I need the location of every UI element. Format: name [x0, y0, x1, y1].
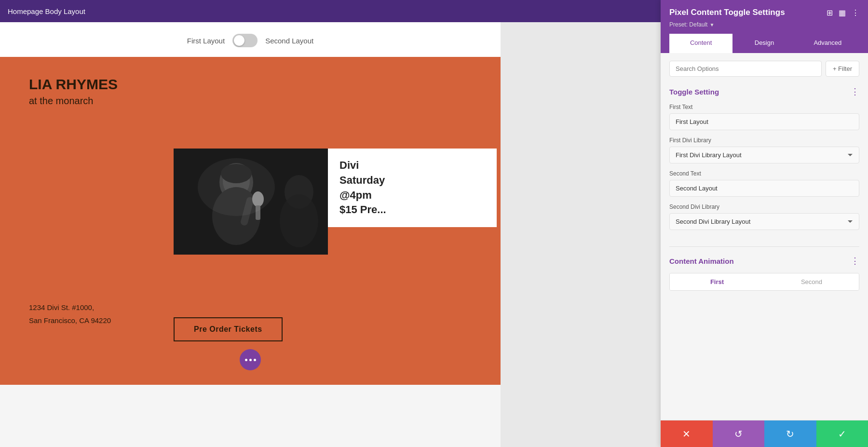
second-divi-lib-select[interactable]: Second Divi Library Layout: [669, 213, 859, 230]
concert-subtitle: at the monarch: [29, 95, 472, 107]
search-filter-row: + Filter: [669, 61, 859, 77]
tab-content-label: Content: [690, 39, 712, 46]
svg-point-10: [198, 158, 275, 216]
content-animation-title: Content Animation: [669, 257, 734, 265]
filter-button[interactable]: + Filter: [826, 61, 859, 77]
tab-advanced[interactable]: Advanced: [796, 34, 859, 53]
animation-tabs: First Second: [669, 273, 859, 291]
second-text-label: Second Text: [669, 170, 859, 177]
cancel-button[interactable]: ✕: [661, 420, 713, 447]
search-input[interactable]: [669, 61, 822, 77]
anim-tab-first[interactable]: First: [670, 273, 764, 290]
tab-design-label: Design: [755, 39, 774, 46]
anim-tab-first-label: First: [710, 278, 724, 285]
panel-tabs: Content Design Advanced: [669, 34, 859, 53]
concert-title: LIA RHYMES: [29, 76, 472, 93]
layout-icon[interactable]: ▦: [839, 8, 846, 17]
address-line2: San Francisco, CA 94220: [29, 314, 111, 327]
canvas-area: First Layout Second Layout LIA RHYMES at…: [0, 22, 501, 447]
pre-order-button[interactable]: Pre Order Tickets: [174, 317, 283, 341]
panel-body: + Filter Toggle Setting ⋮ First Text Fir…: [661, 53, 868, 420]
focus-icon[interactable]: ⊞: [827, 8, 833, 17]
panel-preset[interactable]: Preset: Default ▼: [669, 21, 859, 28]
dot-3: [254, 359, 256, 361]
toggle-bar: First Layout Second Layout: [0, 22, 501, 57]
second-divi-lib-label: Second Divi Library: [669, 203, 859, 210]
first-divi-lib-label: First Divi Library: [669, 137, 859, 144]
concert-image-inner: [174, 149, 328, 255]
layout-toggle-switch[interactable]: [232, 34, 258, 47]
preset-caret-icon: ▼: [709, 22, 714, 27]
content-animation-section: Content Animation ⋮ First Second: [669, 256, 859, 291]
content-animation-more-icon[interactable]: ⋮: [851, 256, 859, 266]
section-header-toggle: Toggle Setting ⋮: [669, 86, 859, 97]
toggle-setting-more-icon[interactable]: ⋮: [851, 86, 859, 97]
tab-design[interactable]: Design: [732, 34, 796, 53]
first-divi-lib-select[interactable]: First Divi Library Layout: [669, 147, 859, 163]
info-box: DiviSaturday@4pm$15 Pre...: [328, 149, 497, 227]
panel-header-top: Pixel Content Toggle Settings ⊞ ▦ ⋮: [669, 8, 859, 17]
panel-header-icons: ⊞ ▦ ⋮: [827, 8, 859, 17]
window-title: Homepage Body Layout: [8, 7, 85, 15]
panel-header: Pixel Content Toggle Settings ⊞ ▦ ⋮ Pres…: [661, 0, 868, 53]
anim-tab-second-label: Second: [801, 278, 822, 285]
second-text-input[interactable]: [669, 180, 859, 197]
right-panel: Pixel Content Toggle Settings ⊞ ▦ ⋮ Pres…: [661, 0, 868, 447]
redo-button[interactable]: ↻: [764, 420, 816, 447]
tab-content[interactable]: Content: [669, 34, 732, 53]
concert-image: [174, 149, 328, 255]
address-line1: 1234 Divi St. #1000,: [29, 301, 111, 314]
anim-tab-second[interactable]: Second: [764, 273, 859, 290]
concert-section: LIA RHYMES at the monarch: [0, 57, 501, 385]
toggle-setting-title: Toggle Setting: [669, 88, 719, 96]
preset-label: Preset: Default: [669, 21, 707, 28]
save-button[interactable]: ✓: [816, 420, 868, 447]
more-icon[interactable]: ⋮: [852, 8, 859, 17]
first-text-label: First Text: [669, 104, 859, 110]
dot-1: [245, 359, 247, 361]
section-divider: [669, 246, 859, 247]
panel-footer: ✕ ↺ ↻ ✓: [661, 420, 868, 447]
dot-2: [249, 359, 252, 361]
info-box-text: DiviSaturday@4pm$15 Pre...: [339, 158, 485, 217]
tab-advanced-label: Advanced: [814, 39, 841, 46]
singer-svg: [174, 149, 328, 255]
toggle-setting-section: Toggle Setting ⋮ First Text First Divi L…: [669, 86, 859, 237]
dots-menu-button[interactable]: [240, 349, 261, 370]
panel-title: Pixel Content Toggle Settings: [669, 8, 785, 17]
undo-button[interactable]: ↺: [713, 420, 765, 447]
section-header-animation: Content Animation ⋮: [669, 256, 859, 266]
second-layout-label: Second Layout: [265, 37, 313, 45]
first-text-input[interactable]: [669, 113, 859, 130]
first-layout-label: First Layout: [187, 37, 225, 45]
concert-address: 1234 Divi St. #1000, San Francisco, CA 9…: [29, 301, 111, 327]
svg-point-9: [280, 194, 318, 247]
